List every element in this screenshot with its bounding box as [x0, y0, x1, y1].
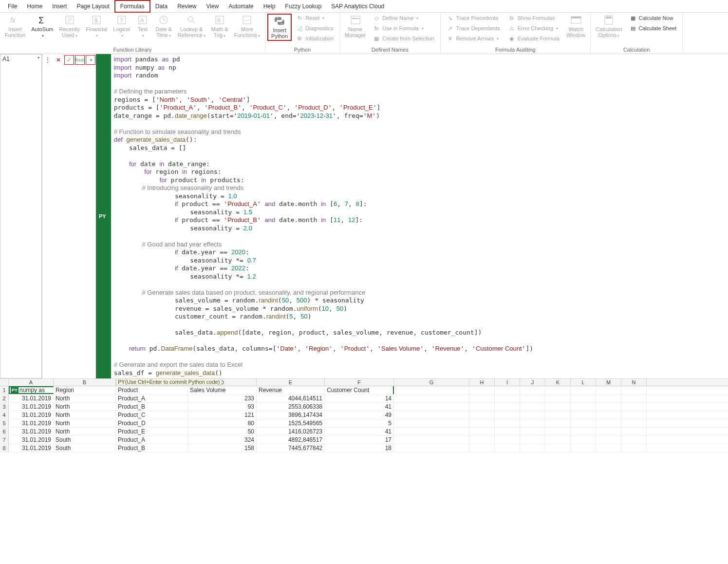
python-code-content[interactable]: import pandas as pd import numpy as np i…	[114, 56, 725, 377]
math-trig-button[interactable]: θ Math & Trig▾	[208, 14, 231, 40]
name-box[interactable]: A1 ▾	[0, 54, 42, 378]
cell[interactable]	[520, 411, 545, 419]
cell[interactable]	[596, 436, 621, 444]
tab-view[interactable]: View	[202, 1, 224, 12]
cell[interactable]	[545, 444, 571, 452]
cell[interactable]	[469, 395, 495, 402]
cell[interactable]	[495, 395, 520, 402]
cell[interactable]: 31.01.2019	[9, 444, 54, 452]
col-b-header[interactable]: B	[54, 379, 116, 386]
evaluate-formula-button[interactable]: ◉Evaluate Formula	[506, 34, 561, 43]
row-header[interactable]: 5	[0, 419, 9, 427]
cell[interactable]: 31.01.2019	[9, 395, 54, 402]
calculate-sheet-button[interactable]: ▤Calculate Sheet	[627, 24, 679, 33]
cell[interactable]: Product_D	[116, 419, 188, 427]
cell[interactable]: 4044,614511	[257, 395, 325, 402]
row-1-header[interactable]: 1	[0, 386, 9, 394]
diagnostics-button[interactable]: 🩺Diagnostics	[294, 24, 335, 33]
cell[interactable]	[469, 386, 495, 394]
cell[interactable]	[621, 395, 647, 402]
more-functions-button[interactable]: ⋯ More Functions▾	[231, 14, 263, 40]
initialization-button[interactable]: ⚙Initialization	[294, 34, 335, 43]
text-button[interactable]: A Text▾	[133, 14, 152, 40]
cell-a1-python[interactable]: PYnumpy as	[9, 386, 54, 394]
cell[interactable]: 158	[188, 444, 257, 452]
tab-automate[interactable]: Automate	[224, 1, 258, 12]
row-header[interactable]: 8	[0, 444, 9, 452]
cell[interactable]: 1525,549565	[257, 419, 325, 427]
lookup-reference-button[interactable]: Lookup & Reference▾	[175, 14, 208, 40]
col-g-header[interactable]: G	[394, 379, 469, 386]
cell[interactable]	[571, 411, 596, 419]
cell-e1[interactable]: Revenue	[257, 386, 325, 394]
name-manager-button[interactable]: Name Manager	[342, 14, 369, 39]
cell[interactable]	[469, 428, 495, 435]
cell[interactable]	[520, 386, 545, 394]
cell[interactable]: Product_B	[116, 403, 188, 411]
cell[interactable]: 14	[325, 395, 394, 402]
cell[interactable]	[545, 436, 571, 444]
cell[interactable]	[520, 428, 545, 435]
cell[interactable]	[520, 444, 545, 452]
cell[interactable]: 31.01.2019	[9, 411, 54, 419]
more-options-button[interactable]: ⋮	[43, 55, 53, 65]
cell[interactable]: 50	[188, 428, 257, 435]
col-l-header[interactable]: L	[571, 379, 596, 386]
cell[interactable]	[394, 419, 469, 427]
cell[interactable]	[469, 411, 495, 419]
cell[interactable]	[596, 403, 621, 411]
cell[interactable]: 18	[325, 444, 394, 452]
cell[interactable]	[571, 428, 596, 435]
remove-arrows-button[interactable]: ✕Remove Arrows▾	[445, 34, 502, 43]
col-c-header[interactable]: CPY(Use Ctrl+Enter to commit Python code…	[116, 379, 188, 386]
cell[interactable]	[571, 436, 596, 444]
tab-sap-analytics[interactable]: SAP Analytics Cloud	[326, 1, 389, 12]
cell[interactable]	[545, 419, 571, 427]
cell[interactable]	[394, 403, 469, 411]
cell[interactable]: North	[54, 428, 116, 435]
watch-window-button[interactable]: Watch Window	[563, 14, 588, 39]
tab-formulas[interactable]: Formulas	[114, 0, 150, 13]
tab-fuzzy-lookup[interactable]: Fuzzy Lookup	[280, 1, 326, 12]
trace-precedents-button[interactable]: ↘Trace Precedents	[445, 14, 502, 22]
cell[interactable]	[520, 419, 545, 427]
cell[interactable]	[545, 403, 571, 411]
cell[interactable]	[621, 419, 647, 427]
cell[interactable]: 5	[325, 419, 394, 427]
cell[interactable]	[520, 436, 545, 444]
output-dropdown[interactable]: ▾	[86, 55, 95, 65]
cell[interactable]	[469, 419, 495, 427]
cell[interactable]	[520, 403, 545, 411]
cell[interactable]	[571, 444, 596, 452]
cell[interactable]: Product_A	[116, 395, 188, 402]
create-from-selection-button[interactable]: ▦Create from Selection	[371, 34, 436, 43]
row-header[interactable]: 3	[0, 403, 9, 411]
cell[interactable]: North	[54, 419, 116, 427]
cell[interactable]	[621, 444, 647, 452]
col-m-header[interactable]: M	[596, 379, 621, 386]
cell[interactable]: 324	[188, 436, 257, 444]
cell[interactable]	[571, 395, 596, 402]
cell[interactable]: North	[54, 403, 116, 411]
cell[interactable]	[621, 403, 647, 411]
use-in-formula-button[interactable]: fxUse in Formula▾	[371, 24, 436, 33]
cell[interactable]: 41	[325, 403, 394, 411]
row-header[interactable]: 6	[0, 428, 9, 435]
cell[interactable]: 31.01.2019	[9, 428, 54, 435]
cell[interactable]: 31.01.2019	[9, 403, 54, 411]
cell[interactable]: South	[54, 444, 116, 452]
cell[interactable]: Product_A	[116, 436, 188, 444]
cell[interactable]: Product_C	[116, 411, 188, 419]
cell[interactable]: 121	[188, 411, 257, 419]
cell[interactable]: 3896,147434	[257, 411, 325, 419]
col-a-header[interactable]: A	[9, 379, 54, 386]
cell[interactable]	[596, 411, 621, 419]
cell[interactable]	[495, 411, 520, 419]
insert-function-button[interactable]: fx Insert Function	[2, 14, 28, 39]
logical-button[interactable]: ? Logical▾	[110, 14, 133, 40]
cell[interactable]	[394, 444, 469, 452]
col-i-header[interactable]: I	[495, 379, 520, 386]
cell[interactable]	[545, 411, 571, 419]
error-checking-button[interactable]: ⚠Error Checking▾	[506, 24, 561, 33]
col-j-header[interactable]: J	[520, 379, 545, 386]
